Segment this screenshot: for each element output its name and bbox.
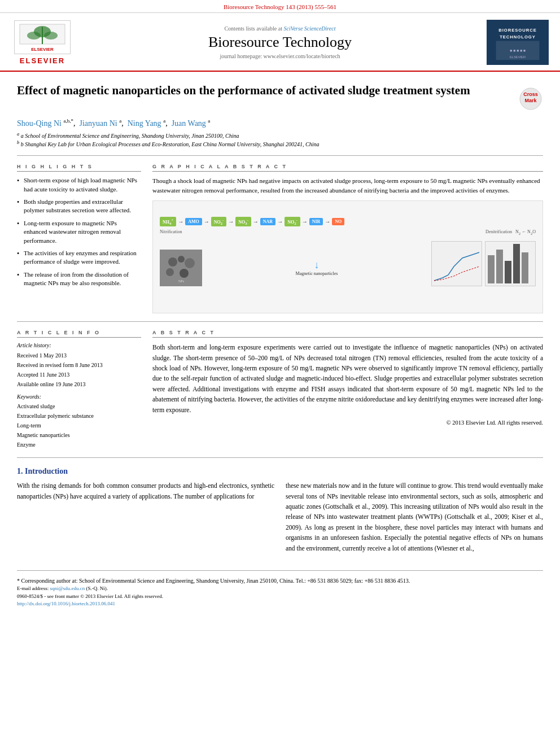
svg-point-16: [168, 257, 177, 267]
svg-point-4: [44, 32, 58, 40]
journal-center: Contents lists available at SciVerse Sci…: [73, 25, 487, 59]
mag-np-label: Magnetic nanoparticles: [208, 271, 426, 276]
diagram-labels: Nitrification Denitrification N2 ← N2O: [160, 229, 536, 235]
sciverse-link[interactable]: SciVerse ScienceDirect: [283, 25, 335, 32]
divider-1: [17, 155, 543, 156]
arrow-6: →: [302, 219, 308, 225]
highlight-item-2: Both sludge properties and extracellular…: [17, 198, 141, 215]
keyword-1: Activated sludge: [17, 401, 141, 411]
keyword-2: Extracellular polymeric substance: [17, 411, 141, 421]
email-footnote: E-mail address: sqni@sdu.edu.cn (S.-Q. N…: [17, 585, 543, 593]
svg-text:■ ■ ■ ■ ■: ■ ■ ■ ■ ■: [510, 49, 526, 53]
elsevier-text: ELSEVIER: [20, 56, 65, 65]
affiliation-a: a a School of Environmental Science and …: [17, 132, 543, 139]
corresponding-footnote: * Corresponding author at: School of Env…: [17, 576, 543, 585]
divider-3: [17, 457, 543, 458]
no2-box-2: NO2-: [285, 217, 300, 226]
highlight-item-5: The release of iron from the dissolution…: [17, 270, 141, 288]
arrow-5: →: [277, 219, 283, 225]
svg-point-3: [27, 32, 41, 40]
keyword-5: Enzyme: [17, 440, 141, 449]
introduction-title: 1. Introduction: [17, 467, 543, 476]
doi-link[interactable]: http://dx.doi.org/10.1016/j.biortech.201…: [17, 601, 115, 606]
svg-text:TECHNOLOGY: TECHNOLOGY: [500, 34, 536, 40]
intro-col-2: these new materials now and in the futur…: [286, 480, 543, 553]
article-info-label: A R T I C L E I N F O: [17, 330, 141, 338]
issn-line: 0960-8524/$ - see front matter © 2013 El…: [17, 593, 543, 601]
arrow-1: →: [178, 219, 183, 225]
arrow-7: →: [325, 219, 330, 225]
graphical-abstract-image: NH4+ → AMO → NO2- → NO3- → NAR → NO2- →: [152, 200, 543, 313]
divider-2: [17, 321, 543, 322]
denitrification-label: Denitrification N2 ← N2O: [485, 229, 536, 235]
svg-point-18: [185, 258, 195, 268]
highlights-label: H I G H L I G H T S: [17, 164, 141, 172]
journal-header: ELSEVIER ELSEVIER Contents lists availab…: [0, 13, 560, 72]
arrow-3: →: [228, 219, 234, 225]
svg-text:BIORESOURCE: BIORESOURCE: [498, 28, 537, 33]
article-body: Effect of magnetic nanoparticles on the …: [0, 72, 560, 565]
keywords-label: Keywords:: [17, 394, 141, 400]
graphical-abstract-text: Though a shock load of magnetic NPs had …: [152, 176, 543, 195]
affiliation-b: b b Shanghai Key Lab for Urban Ecologica…: [17, 140, 543, 147]
received-date: Received 1 May 2013: [17, 351, 141, 360]
keyword-3: Long-term: [17, 421, 141, 430]
highlight-item-1: Short-term expose of high load magnetic …: [17, 176, 141, 194]
highlights-column: H I G H L I G H T S Short-term expose of…: [17, 164, 141, 313]
nitrification-diagram: NH4+ → AMO → NO2- → NO3- → NAR → NO2- →: [160, 217, 536, 226]
no3-box: NO3-: [235, 217, 251, 226]
journal-title: Bioresource Technology: [85, 34, 475, 51]
no-box: NO: [332, 218, 344, 225]
sciverse-line: Contents lists available at SciVerse Sci…: [85, 25, 475, 32]
email-link[interactable]: sqni@sdu.edu.cn: [50, 586, 85, 591]
nh4-box: NH4+: [160, 217, 176, 226]
authors-line: Shou-Qing Ni a,b,*, Jianyuan Ni a, Ning …: [17, 118, 543, 128]
introduction-text: With the rising demands for both common …: [17, 480, 543, 553]
svg-text:Mark: Mark: [524, 98, 537, 103]
article-title-section: Effect of magnetic nanoparticles on the …: [17, 83, 543, 111]
accepted-date: Accepted 11 June 2013: [17, 370, 141, 379]
highlights-graphical-section: H I G H L I G H T S Short-term expose of…: [17, 164, 543, 313]
introduction-section: 1. Introduction With the rising demands …: [17, 467, 543, 553]
svg-text:ELSEVIER: ELSEVIER: [31, 47, 54, 52]
keywords-list: Activated sludge Extracellular polymeric…: [17, 401, 141, 449]
abstract-label: A B S T R A C T: [152, 330, 543, 338]
arrow-4: →: [253, 219, 259, 225]
arrow-2: →: [204, 219, 209, 225]
svg-text:NPs: NPs: [178, 279, 184, 283]
page-footer: * Corresponding author at: School of Env…: [17, 570, 543, 611]
graphical-abstract-column: G R A P H I C A L A B S T R A C T Though…: [152, 164, 543, 313]
abstract-column: A B S T R A C T Both short-term and long…: [152, 330, 543, 449]
author-ning-yang[interactable]: Ning Yang: [128, 119, 161, 128]
copyright-text: © 2013 Elsevier Ltd. All rights reserved…: [152, 418, 543, 428]
top-reference-bar: Bioresource Technology 143 (2013) 555–56…: [0, 0, 560, 13]
article-info-column: A R T I C L E I N F O Article history: R…: [17, 330, 141, 449]
svg-point-17: [178, 256, 185, 263]
highlight-item-4: The activities of key enzymes and respir…: [17, 249, 141, 267]
svg-point-19: [166, 268, 174, 276]
nar-box: NAR: [260, 218, 275, 225]
article-info-table: Received 1 May 2013 Received in revised …: [17, 351, 141, 389]
journal-logo-right: BIORESOURCE TECHNOLOGY ■ ■ ■ ■ ■ ELSEVIE…: [487, 20, 549, 65]
graphical-abstract-label: G R A P H I C A L A B S T R A C T: [152, 164, 543, 172]
charts-placeholder: [431, 241, 536, 298]
doi-line: http://dx.doi.org/10.1016/j.biortech.201…: [17, 600, 543, 608]
author-juan-wang[interactable]: Juan Wang: [172, 119, 206, 128]
nir-box: NIR: [309, 218, 323, 225]
no2-box-1: NO2-: [211, 217, 227, 226]
online-date: Available online 19 June 2013: [17, 379, 141, 389]
journal-homepage: journal homepage: www.elsevier.com/locat…: [85, 53, 475, 59]
revised-date: Received in revised form 8 June 2013: [17, 360, 141, 370]
author-jianyuan[interactable]: Jianyuan Ni: [79, 119, 117, 128]
crossmark[interactable]: Cross Mark: [518, 86, 543, 111]
keyword-4: Magnetic nanoparticles: [17, 430, 141, 440]
author-shou-qing[interactable]: Shou-Qing Ni: [17, 119, 62, 128]
page: Bioresource Technology 143 (2013) 555–56…: [0, 0, 560, 747]
highlight-item-3: Long-term exposure to magnetic NPs enhan…: [17, 219, 141, 245]
svg-text:Cross: Cross: [523, 91, 538, 97]
article-history-label: Article history:: [17, 342, 141, 348]
info-abstract-section: A R T I C L E I N F O Article history: R…: [17, 330, 543, 449]
nano-particle-image: NPs: [160, 250, 202, 286]
amo-box: AMO: [185, 218, 202, 225]
abstract-text: Both short-term and long-term exposure e…: [152, 342, 543, 428]
